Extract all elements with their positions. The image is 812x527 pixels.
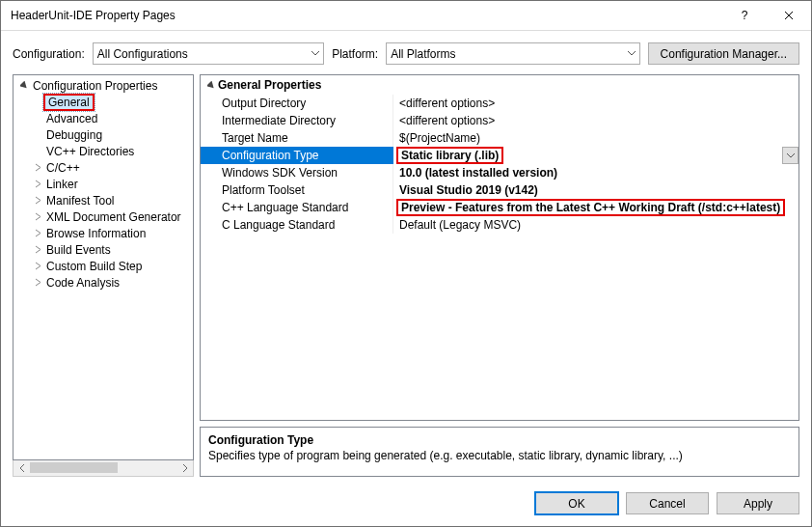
- configuration-tree[interactable]: Configuration PropertiesGeneralAdvancedD…: [13, 74, 194, 460]
- tree-item[interactable]: C/C++: [14, 159, 193, 176]
- description-panel: Configuration Type Specifies type of pro…: [200, 427, 799, 477]
- tree-item[interactable]: Browse Information: [14, 225, 193, 241]
- cancel-button[interactable]: Cancel: [626, 492, 709, 514]
- property-row[interactable]: Target Name$(ProjectName): [201, 129, 798, 147]
- property-value[interactable]: Default (Legacy MSVC): [393, 216, 798, 234]
- tree-item-label: Build Events: [44, 243, 113, 257]
- expand-icon: [31, 212, 44, 221]
- platform-label: Platform:: [332, 47, 378, 61]
- property-grid: General Properties Output Directory<diff…: [200, 74, 799, 421]
- expand-icon: [31, 278, 44, 287]
- close-button[interactable]: [767, 1, 811, 30]
- dialog-footer: OK Cancel Apply: [1, 485, 811, 526]
- tree-item[interactable]: VC++ Directories: [14, 143, 193, 159]
- description-text: Specifies type of program being generate…: [208, 449, 791, 462]
- ok-button[interactable]: OK: [535, 492, 618, 514]
- property-name: Platform Toolset: [201, 181, 393, 199]
- tree-item-label: VC++ Directories: [44, 145, 136, 158]
- tree-item[interactable]: Code Analysis: [14, 274, 193, 291]
- tree-item-label: General: [43, 94, 95, 111]
- expand-icon: [31, 262, 44, 270]
- collapse-icon: [204, 81, 218, 90]
- expand-icon: [31, 196, 44, 205]
- titlebar: HeaderUnit-IDE Property Pages ?: [1, 1, 811, 30]
- tree-item-label: Advanced: [44, 112, 99, 125]
- scroll-left-button[interactable]: [14, 460, 30, 476]
- scroll-thumb[interactable]: [30, 462, 118, 473]
- tree-item[interactable]: Advanced: [14, 110, 193, 126]
- expand-icon: [31, 245, 44, 254]
- property-row[interactable]: Windows SDK Version10.0 (latest installe…: [201, 164, 798, 181]
- help-button[interactable]: ?: [722, 1, 767, 30]
- tree-item[interactable]: Build Events: [14, 241, 193, 258]
- tree-root[interactable]: Configuration Properties: [14, 77, 193, 94]
- tree-item[interactable]: General: [14, 94, 193, 110]
- apply-button[interactable]: Apply: [717, 492, 799, 514]
- property-row[interactable]: Output Directory<different options>: [201, 95, 798, 112]
- tree-item[interactable]: XML Document Generator: [14, 208, 193, 225]
- tree-horizontal-scrollbar[interactable]: [13, 460, 194, 477]
- property-row[interactable]: Intermediate Directory<different options…: [201, 112, 798, 129]
- config-toolbar: Configuration: All Configurations Platfo…: [1, 31, 811, 74]
- tree-item[interactable]: Linker: [14, 176, 193, 192]
- description-title: Configuration Type: [208, 433, 791, 447]
- property-name: Configuration Type: [201, 147, 393, 164]
- platform-combo[interactable]: All Platforms: [386, 42, 639, 65]
- property-name: C++ Language Standard: [201, 199, 393, 216]
- tree-item-label: Linker: [44, 178, 80, 191]
- tree-item[interactable]: Manifest Tool: [14, 192, 193, 208]
- tree-item-label: C/C++: [44, 161, 82, 175]
- property-value[interactable]: Preview - Features from the Latest C++ W…: [393, 199, 798, 216]
- dialog-window: HeaderUnit-IDE Property Pages ? Configur…: [0, 0, 812, 527]
- configuration-manager-button[interactable]: Configuration Manager...: [648, 42, 799, 65]
- help-icon: ?: [742, 9, 748, 22]
- expand-icon: [31, 163, 44, 172]
- tree-item[interactable]: Custom Build Step: [14, 258, 193, 274]
- property-name: Windows SDK Version: [201, 164, 393, 181]
- configuration-label: Configuration:: [13, 47, 85, 61]
- property-category[interactable]: General Properties: [201, 75, 798, 95]
- property-value[interactable]: 10.0 (latest installed version): [393, 164, 798, 181]
- chevron-down-icon: [787, 153, 795, 158]
- tree-item-label: Manifest Tool: [44, 194, 116, 208]
- scroll-track[interactable]: [30, 460, 176, 476]
- property-value[interactable]: $(ProjectName): [393, 129, 798, 147]
- property-row[interactable]: Platform ToolsetVisual Studio 2019 (v142…: [201, 181, 798, 199]
- tree-item-label: XML Document Generator: [44, 210, 183, 224]
- property-row[interactable]: C++ Language StandardPreview - Features …: [201, 199, 798, 216]
- tree-item-label: Debugging: [44, 128, 104, 142]
- property-value[interactable]: <different options>: [393, 95, 798, 112]
- property-row[interactable]: Configuration TypeStatic library (.lib): [201, 147, 798, 164]
- platform-value: All Platforms: [391, 47, 455, 61]
- property-name: Output Directory: [201, 95, 393, 112]
- configuration-combo[interactable]: All Configurations: [93, 42, 324, 65]
- property-name: C Language Standard: [201, 216, 393, 234]
- window-title: HeaderUnit-IDE Property Pages: [11, 9, 722, 22]
- close-icon: [784, 11, 794, 20]
- collapse-icon: [17, 81, 31, 90]
- tree-item-label: Custom Build Step: [44, 260, 144, 273]
- property-value[interactable]: <different options>: [393, 112, 798, 129]
- tree-item-label: Code Analysis: [44, 276, 122, 290]
- chevron-down-icon: [311, 51, 319, 56]
- tree-item[interactable]: Debugging: [14, 126, 193, 143]
- expand-icon: [31, 180, 44, 188]
- property-value[interactable]: Static library (.lib): [393, 147, 798, 164]
- property-name: Target Name: [201, 129, 393, 147]
- property-row[interactable]: C Language StandardDefault (Legacy MSVC): [201, 216, 798, 234]
- expand-icon: [31, 229, 44, 237]
- chevron-down-icon: [628, 51, 636, 56]
- property-value[interactable]: Visual Studio 2019 (v142): [393, 181, 798, 199]
- configuration-value: All Configurations: [97, 47, 188, 61]
- dropdown-button[interactable]: [782, 147, 798, 164]
- tree-item-label: Browse Information: [44, 227, 148, 240]
- scroll-right-button[interactable]: [176, 460, 193, 476]
- property-name: Intermediate Directory: [201, 112, 393, 129]
